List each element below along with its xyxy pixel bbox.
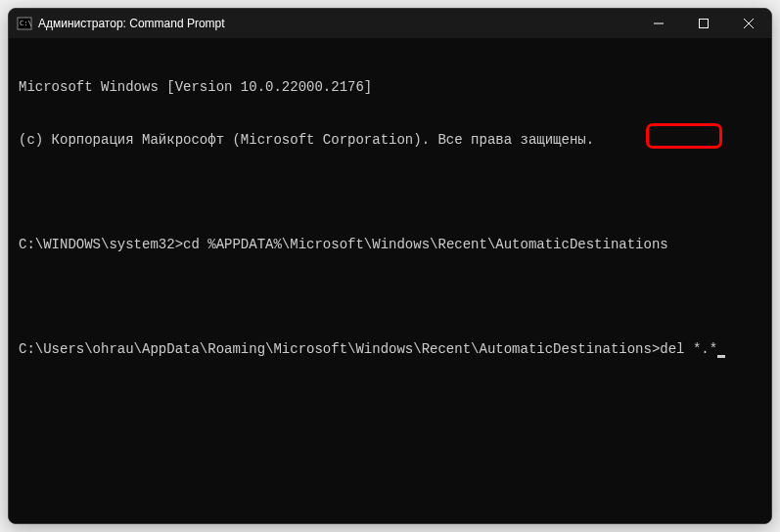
- blank-line: [19, 289, 761, 307]
- copyright-line: (c) Корпорация Майкрософт (Microsoft Cor…: [19, 132, 761, 150]
- close-button[interactable]: [726, 9, 771, 38]
- command-1: cd %APPDATA%\Microsoft\Windows\Recent\Au…: [183, 237, 668, 252]
- window-title: Администратор: Command Prompt: [38, 17, 636, 30]
- prompt-line-1: C:\WINDOWS\system32>cd %APPDATA%\Microso…: [19, 237, 761, 254]
- cmd-icon: C:\: [17, 16, 32, 31]
- terminal-area[interactable]: Microsoft Windows [Version 10.0.22000.21…: [9, 38, 771, 523]
- titlebar[interactable]: C:\ Администратор: Command Prompt: [9, 9, 771, 38]
- maximize-button[interactable]: [681, 9, 726, 38]
- command-2: del *.*: [660, 341, 717, 357]
- svg-rect-3: [700, 20, 709, 28]
- window-controls: [636, 9, 771, 38]
- prompt-path-1: C:\WINDOWS\system32>: [19, 237, 183, 252]
- cursor: [717, 355, 725, 358]
- minimize-button[interactable]: [636, 9, 681, 38]
- blank-line: [19, 184, 761, 201]
- command-prompt-window: C:\ Администратор: Command Prompt Micros…: [8, 8, 772, 524]
- svg-text:C:\: C:\: [20, 20, 32, 27]
- version-line: Microsoft Windows [Version 10.0.22000.21…: [19, 79, 761, 97]
- prompt-path-2: C:\Users\ohrau\AppData\Roaming\Microsoft…: [19, 341, 660, 357]
- prompt-line-2: C:\Users\ohrau\AppData\Roaming\Microsoft…: [19, 341, 761, 359]
